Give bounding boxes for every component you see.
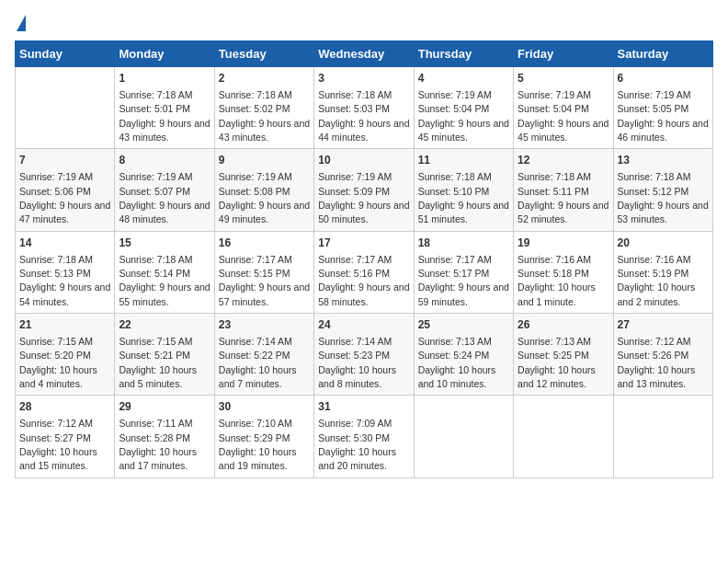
day-sunrise: Sunrise: 7:18 AM bbox=[119, 254, 192, 265]
day-daylight: Daylight: 9 hours and 57 minutes. bbox=[219, 282, 310, 306]
day-sunrise: Sunrise: 7:09 AM bbox=[318, 418, 392, 429]
day-daylight: Daylight: 9 hours and 51 minutes. bbox=[418, 200, 509, 224]
day-daylight: Daylight: 9 hours and 49 minutes. bbox=[219, 200, 310, 224]
day-sunset: Sunset: 5:24 PM bbox=[418, 350, 490, 361]
day-daylight: Daylight: 10 hours and 17 minutes. bbox=[119, 446, 197, 471]
day-sunrise: Sunrise: 7:12 AM bbox=[618, 336, 691, 347]
column-header-thursday: Thursday bbox=[414, 41, 513, 67]
day-sunset: Sunset: 5:18 PM bbox=[518, 268, 589, 279]
day-sunrise: Sunrise: 7:19 AM bbox=[119, 171, 192, 182]
day-number: 18 bbox=[418, 236, 509, 251]
day-number: 22 bbox=[119, 317, 210, 333]
calendar-cell: 13Sunrise: 7:18 AMSunset: 5:12 PMDayligh… bbox=[613, 149, 712, 231]
page-header bbox=[15, 15, 713, 33]
day-sunset: Sunset: 5:13 PM bbox=[19, 268, 91, 279]
calendar-week-row: 21Sunrise: 7:15 AMSunset: 5:20 PMDayligh… bbox=[16, 314, 713, 396]
day-sunset: Sunset: 5:19 PM bbox=[618, 268, 689, 279]
column-header-saturday: Saturday bbox=[613, 41, 712, 67]
day-daylight: Daylight: 10 hours and 13 minutes. bbox=[618, 364, 696, 389]
day-number: 5 bbox=[518, 71, 609, 86]
logo bbox=[15, 15, 26, 33]
day-sunrise: Sunrise: 7:18 AM bbox=[318, 89, 392, 100]
calendar-cell: 22Sunrise: 7:15 AMSunset: 5:21 PMDayligh… bbox=[115, 314, 214, 396]
day-daylight: Daylight: 10 hours and 4 minutes. bbox=[19, 364, 97, 389]
day-sunset: Sunset: 5:27 PM bbox=[19, 432, 91, 443]
day-number: 3 bbox=[318, 71, 409, 86]
calendar-cell: 6Sunrise: 7:19 AMSunset: 5:05 PMDaylight… bbox=[613, 67, 712, 149]
column-header-monday: Monday bbox=[115, 41, 214, 67]
day-sunrise: Sunrise: 7:15 AM bbox=[19, 336, 93, 347]
day-daylight: Daylight: 9 hours and 47 minutes. bbox=[19, 200, 110, 224]
day-daylight: Daylight: 9 hours and 58 minutes. bbox=[318, 282, 409, 306]
day-sunset: Sunset: 5:15 PM bbox=[219, 268, 290, 279]
day-number: 28 bbox=[19, 399, 110, 415]
calendar-cell: 25Sunrise: 7:13 AMSunset: 5:24 PMDayligh… bbox=[414, 314, 513, 396]
day-number: 30 bbox=[219, 399, 310, 415]
day-sunrise: Sunrise: 7:19 AM bbox=[618, 89, 691, 100]
day-sunrise: Sunrise: 7:17 AM bbox=[318, 254, 392, 265]
calendar-cell: 20Sunrise: 7:16 AMSunset: 5:19 PMDayligh… bbox=[613, 231, 712, 313]
calendar-cell: 21Sunrise: 7:15 AMSunset: 5:20 PMDayligh… bbox=[16, 314, 115, 396]
day-sunrise: Sunrise: 7:15 AM bbox=[119, 336, 192, 347]
calendar-cell: 31Sunrise: 7:09 AMSunset: 5:30 PMDayligh… bbox=[314, 396, 414, 477]
day-sunset: Sunset: 5:16 PM bbox=[318, 268, 390, 279]
calendar-cell: 30Sunrise: 7:10 AMSunset: 5:29 PMDayligh… bbox=[214, 396, 313, 477]
calendar-header-row: SundayMondayTuesdayWednesdayThursdayFrid… bbox=[16, 41, 713, 67]
day-daylight: Daylight: 10 hours and 10 minutes. bbox=[418, 364, 496, 389]
day-sunset: Sunset: 5:10 PM bbox=[418, 186, 490, 197]
day-sunrise: Sunrise: 7:16 AM bbox=[518, 254, 591, 265]
day-sunrise: Sunrise: 7:17 AM bbox=[219, 254, 292, 265]
day-daylight: Daylight: 10 hours and 12 minutes. bbox=[518, 364, 596, 389]
day-sunset: Sunset: 5:04 PM bbox=[518, 103, 589, 114]
day-daylight: Daylight: 9 hours and 55 minutes. bbox=[119, 282, 210, 306]
day-sunrise: Sunrise: 7:18 AM bbox=[618, 171, 691, 182]
day-number: 9 bbox=[219, 153, 310, 168]
day-sunset: Sunset: 5:14 PM bbox=[119, 268, 190, 279]
day-number: 8 bbox=[119, 153, 210, 168]
calendar-cell: 15Sunrise: 7:18 AMSunset: 5:14 PMDayligh… bbox=[115, 231, 214, 313]
day-daylight: Daylight: 9 hours and 46 minutes. bbox=[618, 118, 709, 143]
calendar-cell: 16Sunrise: 7:17 AMSunset: 5:15 PMDayligh… bbox=[214, 231, 313, 313]
day-sunset: Sunset: 5:02 PM bbox=[219, 103, 290, 114]
day-number: 27 bbox=[618, 317, 709, 333]
day-sunset: Sunset: 5:23 PM bbox=[318, 350, 390, 361]
day-daylight: Daylight: 10 hours and 5 minutes. bbox=[119, 364, 197, 389]
day-daylight: Daylight: 10 hours and 7 minutes. bbox=[219, 364, 297, 389]
calendar-cell: 5Sunrise: 7:19 AMSunset: 5:04 PMDaylight… bbox=[514, 67, 613, 149]
calendar-week-row: 14Sunrise: 7:18 AMSunset: 5:13 PMDayligh… bbox=[16, 231, 713, 313]
day-sunset: Sunset: 5:11 PM bbox=[518, 186, 589, 197]
day-sunrise: Sunrise: 7:18 AM bbox=[219, 89, 292, 100]
day-sunset: Sunset: 5:03 PM bbox=[318, 103, 390, 114]
day-sunrise: Sunrise: 7:11 AM bbox=[119, 418, 192, 429]
day-number: 15 bbox=[119, 236, 210, 251]
day-daylight: Daylight: 9 hours and 43 minutes. bbox=[219, 118, 310, 143]
day-daylight: Daylight: 9 hours and 54 minutes. bbox=[19, 282, 110, 306]
day-daylight: Daylight: 9 hours and 44 minutes. bbox=[318, 118, 409, 143]
calendar-cell: 8Sunrise: 7:19 AMSunset: 5:07 PMDaylight… bbox=[115, 149, 214, 231]
calendar-cell bbox=[613, 396, 712, 477]
day-number: 26 bbox=[518, 317, 609, 333]
day-sunset: Sunset: 5:12 PM bbox=[618, 186, 689, 197]
day-number: 24 bbox=[318, 317, 409, 333]
day-sunset: Sunset: 5:08 PM bbox=[219, 186, 290, 197]
day-number: 11 bbox=[418, 153, 509, 168]
day-number: 17 bbox=[318, 236, 409, 251]
calendar-cell: 27Sunrise: 7:12 AMSunset: 5:26 PMDayligh… bbox=[613, 314, 712, 396]
day-sunset: Sunset: 5:07 PM bbox=[119, 186, 190, 197]
day-sunrise: Sunrise: 7:19 AM bbox=[518, 89, 591, 100]
day-sunrise: Sunrise: 7:13 AM bbox=[518, 336, 591, 347]
day-sunset: Sunset: 5:09 PM bbox=[318, 186, 390, 197]
day-number: 21 bbox=[19, 317, 110, 333]
logo-triangle-icon bbox=[17, 15, 26, 31]
day-sunrise: Sunrise: 7:19 AM bbox=[318, 171, 392, 182]
calendar-cell: 17Sunrise: 7:17 AMSunset: 5:16 PMDayligh… bbox=[314, 231, 414, 313]
day-number: 31 bbox=[318, 399, 409, 415]
calendar-table: SundayMondayTuesdayWednesdayThursdayFrid… bbox=[15, 40, 713, 478]
day-sunset: Sunset: 5:30 PM bbox=[318, 432, 390, 443]
day-sunrise: Sunrise: 7:18 AM bbox=[119, 89, 192, 100]
day-daylight: Daylight: 10 hours and 20 minutes. bbox=[318, 446, 396, 471]
day-sunset: Sunset: 5:25 PM bbox=[518, 350, 589, 361]
day-number: 4 bbox=[418, 71, 509, 86]
day-sunset: Sunset: 5:22 PM bbox=[219, 350, 290, 361]
calendar-week-row: 1Sunrise: 7:18 AMSunset: 5:01 PMDaylight… bbox=[16, 67, 713, 149]
